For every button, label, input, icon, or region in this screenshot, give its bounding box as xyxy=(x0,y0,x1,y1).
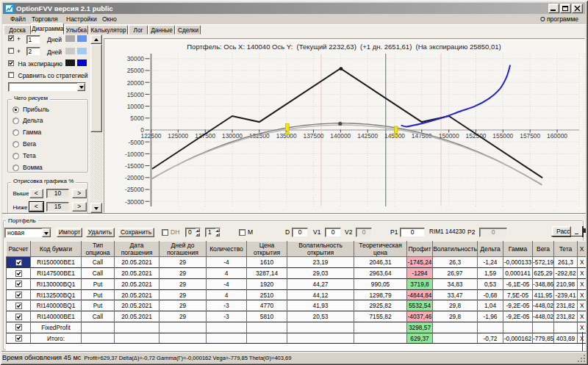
svg-text:155000: 155000 xyxy=(492,132,513,140)
svg-text:Портфель: Ось X: 140040 Ось Y:: Портфель: Ось X: 140040 Ось Y: (Текущий … xyxy=(187,43,501,51)
svg-text:160000: 160000 xyxy=(547,132,567,140)
svg-text:130000: 130000 xyxy=(222,132,243,140)
svg-text:-30000: -30000 xyxy=(125,198,144,206)
svg-text:20000: 20000 xyxy=(127,79,145,87)
svg-text:-20000: -20000 xyxy=(125,174,144,181)
svg-text:-10000: -10000 xyxy=(125,151,144,158)
svg-text:137500: 137500 xyxy=(304,132,324,140)
svg-text:125000: 125000 xyxy=(168,132,188,140)
svg-text:140000: 140000 xyxy=(330,132,351,140)
svg-text:5000: 5000 xyxy=(130,115,144,122)
svg-text:15000: 15000 xyxy=(127,91,145,98)
svg-text:25000: 25000 xyxy=(127,67,145,74)
svg-text:-25000: -25000 xyxy=(125,186,144,193)
svg-text:122500: 122500 xyxy=(141,132,162,140)
svg-text:10000: 10000 xyxy=(127,103,145,110)
svg-text:157500: 157500 xyxy=(520,132,540,140)
svg-text:-5000: -5000 xyxy=(129,139,145,146)
svg-text:-15000: -15000 xyxy=(125,162,144,170)
svg-text:142500: 142500 xyxy=(357,132,378,140)
svg-text:30000: 30000 xyxy=(127,55,145,62)
